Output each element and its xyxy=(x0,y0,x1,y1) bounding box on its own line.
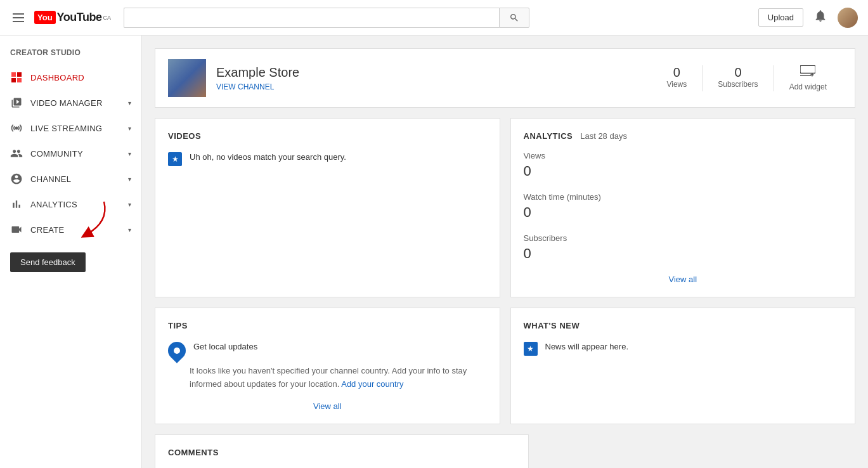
view-channel-link[interactable]: VIEW CHANNEL xyxy=(216,82,299,91)
analytics-subscribers-value: 0 xyxy=(524,245,843,262)
youtube-logo[interactable]: You YouTube CA xyxy=(34,11,111,24)
analytics-watch-time-label: Watch time (minutes) xyxy=(524,192,843,202)
sidebar-item-create[interactable]: CREATE ▾ xyxy=(0,217,141,242)
sidebar-label-analytics: ANALYTICS xyxy=(30,200,77,209)
stat-subscribers-value: 0 xyxy=(718,65,758,80)
chevron-icon: ▾ xyxy=(128,100,131,107)
community-icon xyxy=(10,147,23,160)
sidebar-label-video-manager: VIDEO MANAGER xyxy=(30,98,103,108)
tips-tip-title: Get local updates xyxy=(193,341,257,353)
sidebar-item-dashboard[interactable]: DASHBOARD xyxy=(0,65,141,90)
notifications-icon[interactable] xyxy=(813,9,827,26)
svg-rect-1 xyxy=(800,65,815,73)
analytics-period: Last 28 days xyxy=(580,131,627,141)
sidebar: CREATOR STUDIO DASHBOARD VIDEO MANAGER ▾ xyxy=(0,36,142,468)
add-widget-label: Add widget xyxy=(789,82,827,91)
create-icon xyxy=(10,223,23,236)
sidebar-label-channel: CHANNEL xyxy=(30,174,71,184)
stat-views-value: 0 xyxy=(666,65,687,80)
add-widget-icon xyxy=(789,65,827,80)
top-navigation: You YouTube CA Upload xyxy=(0,0,868,36)
stat-subscribers: 0 Subscribers xyxy=(703,65,774,91)
main-content: Example Store VIEW CHANNEL 0 Views 0 Sub… xyxy=(142,36,868,468)
video-manager-icon xyxy=(10,96,23,109)
chevron-icon: ▾ xyxy=(128,226,131,233)
sidebar-item-video-manager[interactable]: VIDEO MANAGER ▾ xyxy=(0,90,141,115)
sidebar-item-live-streaming[interactable]: LIVE STREAMING ▾ xyxy=(0,115,141,141)
search-button[interactable] xyxy=(499,8,529,28)
videos-card-title: VIDEOS xyxy=(168,131,487,141)
svg-point-0 xyxy=(15,127,18,130)
sidebar-label-dashboard: DASHBOARD xyxy=(30,73,84,82)
channel-thumbnail xyxy=(168,59,206,97)
sidebar-item-community[interactable]: COMMUNITY ▾ xyxy=(0,141,141,166)
analytics-views-value: 0 xyxy=(524,163,843,179)
stat-subscribers-label: Subscribers xyxy=(718,80,758,89)
whats-new-title: WHAT'S NEW xyxy=(524,321,843,330)
youtube-logo-ca: CA xyxy=(103,15,111,21)
channel-stats: 0 Views 0 Subscribers Add widget xyxy=(651,65,842,91)
search-icon xyxy=(509,13,519,23)
youtube-logo-text: YouTube xyxy=(57,11,102,24)
tips-card: TIPS Get local updates It looks like you… xyxy=(155,308,500,424)
videos-empty-row: ★ Uh oh, no videos match your search que… xyxy=(168,151,487,166)
channel-info: Example Store VIEW CHANNEL xyxy=(216,65,299,91)
channel-icon xyxy=(10,172,23,185)
analytics-subscribers: Subscribers 0 xyxy=(524,233,843,262)
youtube-logo-icon: You xyxy=(34,11,56,24)
analytics-views-label: Views xyxy=(524,151,843,160)
tips-description: It looks like you haven't specified your… xyxy=(190,365,487,391)
tips-card-title: TIPS xyxy=(168,321,487,330)
sidebar-title: CREATOR STUDIO xyxy=(0,36,141,65)
sidebar-item-analytics[interactable]: ANALYTICS ▾ xyxy=(0,192,141,217)
analytics-header: ANALYTICS Last 28 days xyxy=(524,131,843,141)
chevron-icon: ▾ xyxy=(128,125,131,132)
stat-views: 0 Views xyxy=(651,65,703,91)
analytics-card-title: ANALYTICS xyxy=(524,131,573,141)
app-layout: CREATOR STUDIO DASHBOARD VIDEO MANAGER ▾ xyxy=(0,36,868,468)
tips-row: Get local updates xyxy=(168,341,487,360)
search-input[interactable] xyxy=(124,8,499,28)
comments-card: COMMENTS ★ Comments on your videos will … xyxy=(155,434,529,468)
add-country-link[interactable]: Add your country xyxy=(341,379,403,389)
videos-empty-message: Uh oh, no videos match your search query… xyxy=(190,151,346,164)
send-feedback-button[interactable]: Send feedback xyxy=(10,252,86,272)
upload-button[interactable]: Upload xyxy=(758,8,803,27)
sidebar-label-create: CREATE xyxy=(30,225,65,235)
live-streaming-icon xyxy=(10,122,23,134)
blue-star-icon: ★ xyxy=(524,342,538,356)
comments-card-title: COMMENTS xyxy=(168,448,515,457)
analytics-icon xyxy=(10,198,23,211)
whats-new-row: ★ News will appear here. xyxy=(524,341,843,356)
location-icon xyxy=(164,338,190,363)
topnav-right: Upload xyxy=(758,8,858,28)
chevron-icon: ▾ xyxy=(128,176,131,183)
analytics-watch-time: Watch time (minutes) 0 xyxy=(524,192,843,221)
whats-new-message: News will appear here. xyxy=(545,341,629,353)
chevron-icon: ▾ xyxy=(128,201,131,208)
dashboard-grid: VIDEOS ★ Uh oh, no videos match your sea… xyxy=(155,118,855,468)
hamburger-menu[interactable] xyxy=(10,11,27,25)
analytics-watch-time-value: 0 xyxy=(524,204,843,221)
blue-star-icon: ★ xyxy=(168,152,182,166)
sidebar-label-live-streaming: LIVE STREAMING xyxy=(30,124,102,133)
analytics-card: ANALYTICS Last 28 days Views 0 Watch tim… xyxy=(510,118,856,297)
sidebar-label-community: COMMUNITY xyxy=(30,149,83,159)
tips-view-all-link[interactable]: View all xyxy=(168,401,487,411)
analytics-view-all-link[interactable]: View all xyxy=(524,275,843,284)
stat-views-label: Views xyxy=(666,80,687,89)
analytics-views: Views 0 xyxy=(524,151,843,179)
whats-new-card: WHAT'S NEW ★ News will appear here. xyxy=(510,308,856,424)
channel-header: Example Store VIEW CHANNEL 0 Views 0 Sub… xyxy=(155,48,855,108)
avatar[interactable] xyxy=(838,8,858,28)
analytics-subscribers-label: Subscribers xyxy=(524,233,843,243)
stat-add-widget[interactable]: Add widget xyxy=(774,65,842,91)
search-bar xyxy=(124,8,529,28)
topnav-left: You YouTube CA xyxy=(10,11,111,25)
dashboard-icon xyxy=(10,71,23,84)
chevron-icon: ▾ xyxy=(128,150,131,157)
sidebar-item-channel[interactable]: CHANNEL ▾ xyxy=(0,166,141,192)
channel-name: Example Store xyxy=(216,65,299,80)
videos-card: VIDEOS ★ Uh oh, no videos match your sea… xyxy=(155,118,500,297)
